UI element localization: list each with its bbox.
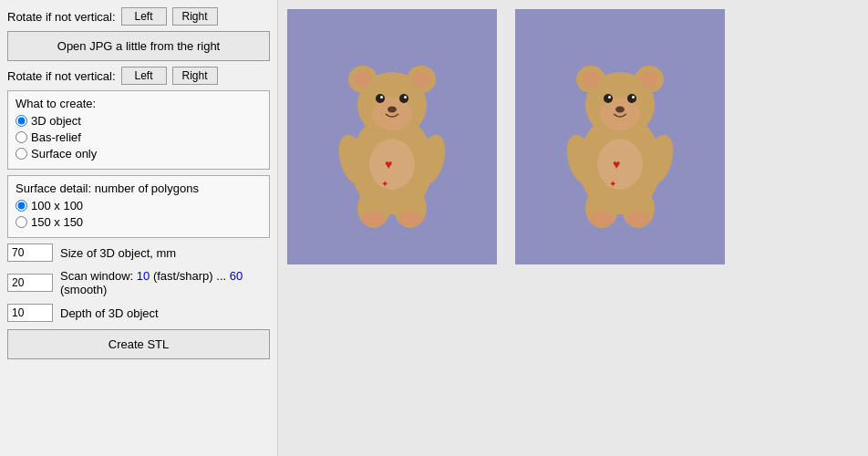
svg-point-17 [398, 212, 422, 226]
rotate-row-bottom: Rotate if not vertical: Left Right [7, 67, 270, 85]
svg-point-8 [399, 94, 408, 103]
radio-bas-relief[interactable] [16, 131, 27, 143]
create-stl-button[interactable]: Create STL [7, 329, 270, 359]
size-label: Size of 3D object, mm [60, 246, 176, 260]
rotate-top-right-button[interactable]: Right [172, 7, 218, 26]
poly-100-label: 100 x 100 [31, 199, 83, 212]
surface-detail-label: Surface detail: number of polygons [16, 181, 262, 195]
rotate-bottom-right-button[interactable]: Right [172, 67, 218, 85]
rotate-top-left-button[interactable]: Left [121, 7, 167, 26]
svg-point-7 [376, 94, 385, 103]
teddy-bear-left: ♥ ✦ [319, 36, 465, 237]
svg-point-6 [372, 98, 412, 130]
option-surface-label: Surface only [31, 147, 97, 161]
sidebar: Rotate if not vertical: Left Right Open … [0, 0, 278, 456]
rotate-top-label: Rotate if not vertical: [7, 10, 116, 24]
image-panel-left: ♥ ✦ [287, 9, 497, 264]
svg-text:♥: ♥ [385, 157, 392, 171]
what-to-create-label: What to create: [16, 97, 262, 110]
svg-point-5 [412, 71, 430, 88]
radio-3d-object[interactable] [16, 115, 27, 127]
option-bas-label: Bas-relief [31, 130, 81, 144]
svg-point-25 [582, 71, 600, 88]
poly-150-row: 150 x 150 [16, 215, 262, 229]
what-to-create-section: What to create: 3D object Bas-relief Sur… [7, 90, 270, 170]
radio-surface-only[interactable] [16, 148, 27, 160]
depth-label: Depth of 3D object [60, 306, 159, 320]
rotate-bottom-left-button[interactable]: Left [121, 67, 167, 85]
svg-point-27 [600, 98, 640, 130]
radio-poly-150[interactable] [16, 216, 27, 228]
svg-text:♥: ♥ [613, 157, 620, 171]
depth-row: 10 Depth of 3D object [7, 304, 270, 322]
radio-poly-100[interactable] [16, 200, 27, 212]
surface-detail-section: Surface detail: number of polygons 100 x… [7, 175, 270, 238]
teddy-bear-right: ♥ ✦ [547, 36, 693, 237]
depth-input[interactable]: 10 [7, 304, 53, 322]
svg-point-10 [404, 96, 407, 98]
rotate-row-top: Rotate if not vertical: Left Right [7, 7, 270, 26]
open-jpg-button[interactable]: Open JPG a little from the right [7, 31, 270, 61]
main-content: ♥ ✦ [278, 0, 868, 456]
svg-text:✦: ✦ [609, 179, 616, 189]
svg-point-31 [632, 96, 635, 98]
option-bas-row: Bas-relief [16, 130, 262, 144]
svg-point-30 [608, 96, 611, 98]
poly-150-label: 150 x 150 [31, 215, 83, 229]
svg-point-16 [362, 212, 386, 226]
option-3d-row: 3D object [16, 114, 262, 128]
svg-point-11 [388, 107, 397, 113]
svg-point-32 [615, 107, 625, 113]
size-input[interactable]: 70 [7, 244, 53, 262]
option-surface-row: Surface only [16, 147, 262, 161]
svg-point-38 [626, 212, 650, 226]
scan-label: Scan window: 10 (fast/sharp) ... 60 (smo… [60, 269, 270, 296]
svg-point-29 [627, 94, 636, 103]
option-3d-label: 3D object [31, 114, 81, 128]
svg-point-28 [604, 94, 613, 103]
image-panel-right: ♥ ✦ [515, 9, 725, 264]
svg-point-4 [354, 71, 372, 88]
svg-point-26 [640, 71, 658, 88]
rotate-bottom-label: Rotate if not vertical: [7, 69, 116, 83]
svg-point-37 [590, 212, 614, 226]
scan-row: 20 Scan window: 10 (fast/sharp) ... 60 (… [7, 269, 270, 296]
scan-input[interactable]: 20 [7, 274, 53, 292]
svg-text:✦: ✦ [381, 179, 388, 189]
poly-100-row: 100 x 100 [16, 199, 262, 212]
svg-point-9 [380, 96, 383, 98]
size-row: 70 Size of 3D object, mm [7, 244, 270, 262]
